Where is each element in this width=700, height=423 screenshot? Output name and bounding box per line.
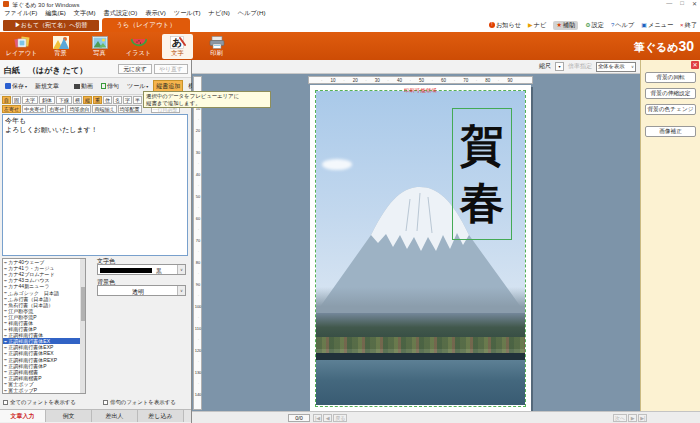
pager-next-2[interactable]: ▶| [638, 414, 647, 422]
tab-1[interactable]: 例文 [46, 410, 92, 422]
quick-help[interactable]: ?ヘルプ [611, 21, 634, 30]
ruler-tick: · [196, 183, 201, 188]
maximize-button[interactable]: □ [680, 0, 684, 7]
ribbon-item-text[interactable]: あ文字 [162, 34, 193, 59]
quick-settings[interactable]: ⚙設定 [585, 21, 604, 30]
scale-dropdown-arrow-icon[interactable]: ▾ [555, 62, 564, 71]
format-button-1[interactable]: 固 [12, 96, 21, 104]
close-button[interactable]: ✕ [692, 0, 697, 7]
font-name: ふみゴシック 日本語 [8, 290, 59, 296]
ruler-tick: · [196, 271, 201, 276]
quick-menu[interactable]: ▣メニュー [641, 21, 673, 30]
quick-assist[interactable]: ★補助 [553, 21, 578, 30]
quick-navi[interactable]: ▶ナビ [528, 21, 546, 30]
assist-button-2[interactable]: 背景の色チェンジ [645, 104, 696, 115]
menu-icon: ▣ [641, 22, 647, 28]
font-name: 正調祥南楷書P [8, 375, 41, 381]
show-haiku-fonts-checkbox[interactable]: 俳句のフォントを表示する [103, 399, 176, 406]
menu-item-6[interactable]: ナビ(N) [209, 9, 230, 18]
ruler-tick: · [196, 117, 201, 122]
ribbon-item-background[interactable]: 背景 [45, 34, 76, 59]
align-button-5[interactable]: 均等配置 [118, 105, 142, 113]
assist-button-1[interactable]: 背景の伸縮設定 [645, 88, 696, 99]
pager-back-0[interactable]: |◀ [313, 414, 322, 422]
assist-button-3[interactable]: 画像補正 [645, 126, 696, 137]
align-button-1[interactable]: 中央寄せ [22, 105, 46, 113]
tab-0[interactable]: 文章入力 [0, 410, 46, 422]
quick-notice[interactable]: !お知らせ [489, 21, 521, 30]
haiku-button[interactable]: 俳句 [98, 80, 122, 93]
align-button-4[interactable]: 両端揃え [92, 105, 116, 113]
tooltip: 選択中のデータをプレビューエリアに 縦書きで追加します。 [143, 91, 271, 108]
chevron-down-icon[interactable]: ∨ [177, 286, 185, 295]
format-button-8[interactable]: 住 [103, 96, 112, 104]
scrollbar-thumb[interactable] [81, 287, 85, 321]
font-name: 魚石行書（日本語） [8, 302, 53, 308]
format-button-0[interactable]: 自 [2, 96, 11, 104]
format-button-3[interactable]: 斜体 [39, 96, 55, 104]
panel-close-icon[interactable]: ✕ [691, 61, 699, 69]
assist-button-0[interactable]: 背景の回転 [645, 72, 696, 83]
menu-item-7[interactable]: ヘルプ(H) [238, 9, 266, 18]
ribbon-item-layout[interactable]: レイアウト [6, 34, 37, 59]
greeting-text-object[interactable]: 賀 春 [452, 108, 512, 240]
format-button-4[interactable]: 下線 [56, 96, 72, 104]
menu-item-1[interactable]: 編集(E) [45, 9, 66, 18]
save-button[interactable]: 保存▾ [2, 80, 30, 93]
button-label: 新規文章 [35, 82, 59, 91]
align-button-0[interactable]: 左寄せ [2, 105, 21, 113]
checkbox-icon[interactable] [103, 400, 108, 405]
new-text-button[interactable]: 新規文章 [32, 80, 62, 93]
format-button-6[interactable]: 縦 [83, 96, 92, 104]
gear-icon: ⚙ [585, 22, 590, 28]
char-color-select[interactable]: 黒 ∨ [97, 264, 186, 275]
menu-bar: ファイル(F)編集(E)文字(M)書式設定(O)表示(V)ツール(T)ナビ(N)… [0, 9, 700, 18]
menu-item-3[interactable]: 書式設定(O) [104, 9, 138, 18]
menu-item-4[interactable]: 表示(V) [145, 9, 166, 18]
switch-to-front-button[interactable]: ▶おもて（宛て名）へ切替 [3, 20, 99, 31]
font-name: カナ40ウェーブ [8, 259, 44, 265]
greeting-text-input[interactable]: 今年もよろしくお願いいたします！ [2, 114, 188, 256]
ribbon-item-illust[interactable]: イラスト [123, 34, 154, 59]
format-button-2[interactable]: 太字 [22, 96, 38, 104]
ribbon-label: レイアウト [6, 49, 38, 58]
floppy-icon [5, 83, 11, 89]
settings-label: 設定 [592, 21, 604, 30]
format-button-7[interactable]: 重 [93, 96, 102, 104]
pager-back-2[interactable]: 戻る [333, 414, 347, 422]
align-button-2[interactable]: 右寄せ [47, 105, 66, 113]
align-button-3[interactable]: 均等余白 [67, 105, 91, 113]
chevron-down-icon[interactable]: ∨ [177, 265, 185, 274]
format-button-9[interactable]: 名 [113, 96, 122, 104]
checkbox-icon[interactable] [3, 400, 8, 405]
tab-2[interactable]: 差出人 [92, 410, 138, 422]
format-button-11[interactable]: 半 [133, 96, 142, 104]
font-list-item-22[interactable]: ✒麗流隷書（日本語） [3, 393, 85, 394]
bg-color-select[interactable]: 透明 ∨ [97, 285, 186, 296]
quick-exit[interactable]: ×終了 [680, 21, 697, 30]
undo-button[interactable]: 元に戻す [118, 64, 152, 74]
pager-next-1[interactable]: ▶ [628, 414, 637, 422]
redo-button[interactable]: やり直す [154, 64, 188, 74]
menu-item-0[interactable]: ファイル(F) [4, 9, 37, 18]
show-all-fonts-checkbox[interactable]: 全てのフォントを表示する [3, 399, 76, 406]
pager-back-1[interactable]: ◀ [323, 414, 332, 422]
font-list-scrollbar[interactable] [80, 259, 85, 393]
ribbon-item-photo[interactable]: 写真 [84, 34, 115, 59]
pager-next-0[interactable]: 次へ [613, 414, 627, 422]
format-button-10[interactable]: 字 [123, 96, 132, 104]
movie-button[interactable]: 動画 [71, 80, 96, 93]
format-button-5[interactable]: 横 [73, 96, 82, 104]
zoom-select[interactable]: 全体を表示 ∨ [596, 62, 636, 72]
menu-item-5[interactable]: ツール(T) [174, 9, 201, 18]
postcard-canvas[interactable]: 印刷可能領域 賀 春 [310, 85, 531, 411]
ruler-number: 130 [194, 370, 202, 375]
font-name: 祥南行書体P [8, 326, 36, 332]
tab-back-layout[interactable]: うら（レイアウト） [102, 18, 190, 32]
font-list[interactable]: ✒カナ40ウェーブ✒カナ41ラ・カージュ✒カナ42プロムナード✒カナ43コムハウ… [2, 258, 86, 394]
ribbon-item-print[interactable]: 印刷 [201, 34, 232, 59]
tab-3[interactable]: 差し込み [138, 410, 184, 422]
photo-icon [92, 35, 108, 48]
minimize-button[interactable]: — [666, 0, 672, 7]
menu-item-2[interactable]: 文字(M) [74, 9, 96, 18]
